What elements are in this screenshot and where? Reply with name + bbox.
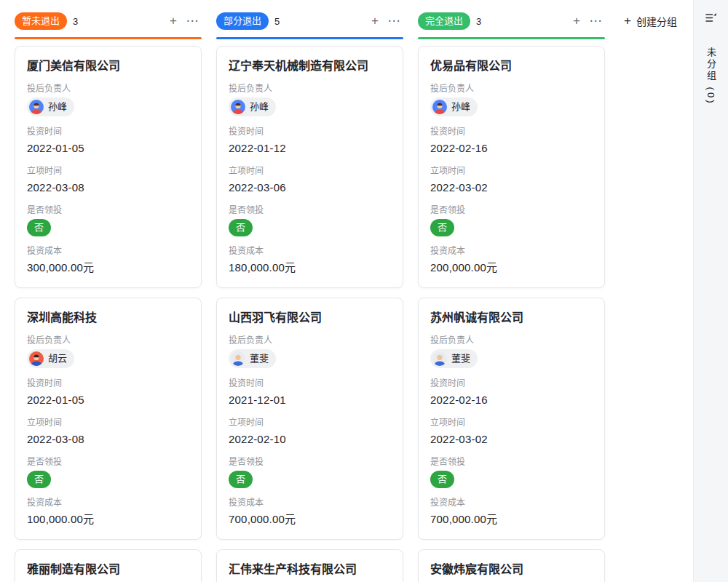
field-label: 投后负责人 (229, 335, 391, 347)
column-header: 部分退出 5 + ⋯ (216, 12, 403, 30)
company-card[interactable]: 苏州帆诚有限公司 投后负责人 董斐 投资时间 2022-02-16 立项时 (418, 298, 605, 540)
company-name: 厦门美信有限公司 (27, 58, 189, 74)
company-name: 深圳高能科技 (27, 310, 189, 326)
company-name: 山西羽飞有限公司 (229, 310, 391, 326)
group-badge[interactable]: 完全退出 (418, 12, 470, 30)
owner-name: 董斐 (451, 351, 470, 366)
field-owner: 投后负责人 孙峰 (430, 83, 593, 117)
card-list: 辽宁奉天机械制造有限公司 投后负责人 孙峰 投资时间 2022-01-12 (216, 46, 403, 582)
ellipsis-icon[interactable]: ⋯ (384, 12, 403, 30)
field-label: 立项时间 (430, 417, 593, 429)
field-label: 是否领投 (229, 456, 391, 469)
avatar (29, 100, 44, 114)
card-list: 优易品有限公司 投后负责人 孙峰 投资时间 2022-02-16 立项时间 (418, 46, 605, 582)
field-approval-date: 立项时间 2022-02-10 (229, 417, 391, 447)
owner-name: 孙峰 (48, 100, 67, 114)
field-label: 投资成本 (27, 245, 189, 258)
field-label: 投资成本 (430, 245, 593, 258)
kanban-column: 部分退出 5 + ⋯ 辽宁奉天机械制造有限公司 投后负责人 孙峰 (216, 12, 403, 582)
kanban-view: 暂未退出 3 + ⋯ 厦门美信有限公司 投后负责人 孙峰 (0, 0, 693, 582)
field-label: 投后负责人 (430, 335, 593, 347)
field-cost: 投资成本 700,000.00元 (229, 497, 391, 527)
field-label: 投资成本 (229, 245, 391, 258)
field-label: 投资时间 (229, 378, 391, 390)
field-label: 是否领投 (430, 456, 593, 469)
invest-date-value: 2021-12-01 (229, 392, 391, 408)
field-invest-date: 投资时间 2022-01-12 (229, 126, 391, 156)
ellipsis-icon[interactable]: ⋯ (183, 12, 202, 30)
owner-chip: 孙峰 (229, 97, 276, 116)
avatar (432, 351, 447, 366)
add-card-icon[interactable]: + (365, 12, 384, 30)
field-lead: 是否领投 否 (27, 204, 189, 236)
plus-icon: + (624, 14, 631, 28)
kanban-column: 完全退出 3 + ⋯ 优易品有限公司 投后负责人 孙峰 (418, 12, 605, 582)
field-label: 投资成本 (27, 497, 189, 509)
create-group-button[interactable]: + 创建分组 (624, 14, 677, 28)
ungrouped-label[interactable]: 未分组 (0) (704, 47, 718, 105)
field-lead: 是否领投 否 (430, 456, 593, 488)
company-name: 汇伟来生产科技有限公司 (229, 562, 391, 578)
invest-date-value: 2022-01-05 (27, 392, 189, 408)
company-card[interactable]: 深圳高能科技 投后负责人 胡云 投资时间 2022-01-05 立项时间 (15, 298, 202, 540)
field-approval-date: 立项时间 2022-03-02 (430, 165, 593, 196)
company-card[interactable]: 优易品有限公司 投后负责人 孙峰 投资时间 2022-02-16 立项时间 (418, 46, 605, 288)
cost-value: 200,000.00元 (430, 260, 593, 276)
create-group-label: 创建分组 (636, 14, 677, 28)
field-label: 投资时间 (229, 126, 391, 138)
field-owner: 投后负责人 孙峰 (27, 83, 189, 117)
field-invest-date: 投资时间 2022-01-05 (27, 378, 189, 408)
lead-badge: 否 (229, 219, 253, 236)
owner-name: 胡云 (48, 351, 67, 366)
field-label: 立项时间 (229, 165, 391, 178)
field-label: 投后负责人 (27, 335, 189, 347)
group-badge[interactable]: 部分退出 (216, 12, 269, 30)
invest-date-value: 2022-02-16 (430, 392, 593, 408)
company-card[interactable]: 山西羽飞有限公司 投后负责人 董斐 投资时间 2021-12-01 立项时 (216, 298, 403, 540)
cost-value: 100,000.00元 (27, 511, 189, 527)
field-label: 投资时间 (430, 378, 593, 390)
owner-name: 孙峰 (250, 100, 269, 114)
field-label: 是否领投 (229, 204, 391, 217)
ellipsis-icon[interactable]: ⋯ (586, 12, 605, 30)
field-owner: 投后负责人 孙峰 (229, 83, 391, 117)
lead-badge: 否 (430, 471, 454, 488)
approval-date-value: 2022-03-08 (27, 180, 189, 196)
kanban-column: 暂未退出 3 + ⋯ 厦门美信有限公司 投后负责人 孙峰 (15, 12, 202, 582)
company-card[interactable]: 安徽炜宸有限公司 投后负责人 (418, 549, 605, 582)
company-name: 优易品有限公司 (430, 58, 593, 74)
add-card-icon[interactable]: + (164, 12, 183, 30)
invest-date-value: 2022-02-16 (430, 140, 593, 156)
field-label: 是否领投 (27, 456, 189, 469)
field-label: 投资成本 (229, 497, 391, 509)
group-color-bar (216, 37, 403, 39)
company-name: 雅丽制造有限公司 (27, 562, 189, 578)
avatar (231, 100, 245, 114)
cost-value: 180,000.00元 (229, 260, 391, 276)
field-label: 投后负责人 (229, 83, 391, 95)
lead-badge: 否 (27, 471, 51, 488)
owner-chip: 孙峰 (430, 97, 478, 116)
field-label: 立项时间 (430, 165, 593, 178)
field-invest-date: 投资时间 2021-12-01 (229, 378, 391, 408)
field-cost: 投资成本 180,000.00元 (229, 245, 391, 276)
field-lead: 是否领投 否 (430, 204, 593, 236)
field-approval-date: 立项时间 2022-03-08 (27, 417, 189, 447)
approval-date-value: 2022-03-08 (27, 431, 189, 447)
company-card[interactable]: 厦门美信有限公司 投后负责人 孙峰 投资时间 2022-01-05 立项时 (15, 46, 202, 288)
company-card[interactable]: 雅丽制造有限公司 投后负责人 (15, 549, 202, 582)
field-label: 是否领投 (27, 204, 189, 217)
field-label: 投资时间 (27, 126, 189, 138)
field-cost: 投资成本 700,000.00元 (430, 497, 593, 527)
kanban-board: 暂未退出 3 + ⋯ 厦门美信有限公司 投后负责人 孙峰 (15, 12, 605, 582)
collapse-groups-icon[interactable] (704, 11, 718, 28)
cost-value: 300,000.00元 (27, 260, 189, 276)
group-badge[interactable]: 暂未退出 (15, 12, 67, 30)
approval-date-value: 2022-03-02 (430, 431, 593, 447)
add-card-icon[interactable]: + (567, 12, 586, 30)
field-lead: 是否领投 否 (229, 456, 391, 488)
company-card[interactable]: 辽宁奉天机械制造有限公司 投后负责人 孙峰 投资时间 2022-01-12 (216, 46, 403, 288)
company-card[interactable]: 汇伟来生产科技有限公司 投后负责人 (216, 549, 403, 582)
card-list: 厦门美信有限公司 投后负责人 孙峰 投资时间 2022-01-05 立项时 (15, 46, 202, 582)
approval-date-value: 2022-02-10 (229, 431, 391, 447)
